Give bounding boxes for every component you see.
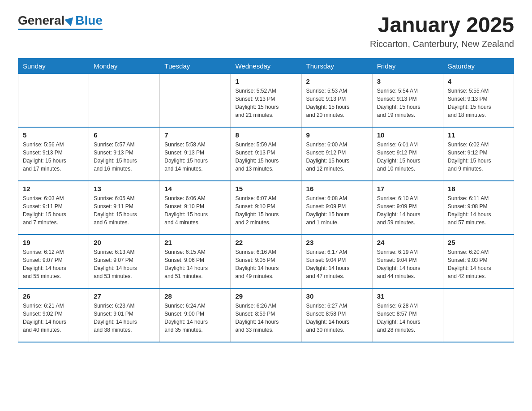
calendar-cell: 30Sunrise: 6:27 AM Sunset: 8:58 PM Dayli… bbox=[301, 288, 372, 342]
logo: General Blue bbox=[18, 13, 103, 30]
calendar-cell: 1Sunrise: 5:52 AM Sunset: 9:13 PM Daylig… bbox=[231, 73, 301, 127]
day-number: 8 bbox=[235, 131, 296, 139]
day-number: 12 bbox=[23, 185, 84, 193]
calendar-cell: 11Sunrise: 6:02 AM Sunset: 9:12 PM Dayli… bbox=[443, 127, 514, 181]
sun-info: Sunrise: 6:15 AM Sunset: 9:06 PM Dayligh… bbox=[164, 248, 226, 280]
sun-info: Sunrise: 6:13 AM Sunset: 9:07 PM Dayligh… bbox=[94, 248, 155, 280]
sun-info: Sunrise: 6:03 AM Sunset: 9:11 PM Dayligh… bbox=[23, 194, 84, 227]
sun-info: Sunrise: 6:28 AM Sunset: 8:57 PM Dayligh… bbox=[377, 302, 438, 334]
calendar-cell bbox=[160, 73, 231, 127]
sun-info: Sunrise: 5:56 AM Sunset: 9:13 PM Dayligh… bbox=[23, 141, 84, 173]
sun-info: Sunrise: 6:23 AM Sunset: 9:01 PM Dayligh… bbox=[94, 302, 155, 334]
calendar-cell: 21Sunrise: 6:15 AM Sunset: 9:06 PM Dayli… bbox=[160, 235, 231, 288]
calendar-cell: 17Sunrise: 6:10 AM Sunset: 9:09 PM Dayli… bbox=[372, 181, 443, 235]
calendar-cell: 14Sunrise: 6:06 AM Sunset: 9:10 PM Dayli… bbox=[160, 181, 231, 235]
logo-arrow-icon bbox=[64, 17, 75, 28]
day-number: 1 bbox=[235, 77, 296, 85]
day-number: 17 bbox=[377, 185, 438, 193]
title-area: January 2025 Riccarton, Canterbury, New … bbox=[370, 13, 514, 49]
calendar-cell: 2Sunrise: 5:53 AM Sunset: 9:13 PM Daylig… bbox=[301, 73, 372, 127]
day-number: 19 bbox=[23, 239, 84, 246]
calendar-week-row: 26Sunrise: 6:21 AM Sunset: 9:02 PM Dayli… bbox=[18, 288, 514, 342]
calendar-day-header: Friday bbox=[372, 58, 443, 73]
calendar-cell: 13Sunrise: 6:05 AM Sunset: 9:11 PM Dayli… bbox=[89, 181, 160, 235]
sun-info: Sunrise: 6:20 AM Sunset: 9:03 PM Dayligh… bbox=[448, 248, 509, 280]
day-number: 16 bbox=[306, 185, 368, 193]
calendar-cell: 23Sunrise: 6:17 AM Sunset: 9:04 PM Dayli… bbox=[301, 235, 372, 288]
logo-general-text: General bbox=[18, 13, 64, 28]
sun-info: Sunrise: 6:11 AM Sunset: 9:08 PM Dayligh… bbox=[448, 194, 509, 227]
sun-info: Sunrise: 5:53 AM Sunset: 9:13 PM Dayligh… bbox=[306, 87, 368, 119]
sun-info: Sunrise: 6:02 AM Sunset: 9:12 PM Dayligh… bbox=[448, 141, 509, 173]
sun-info: Sunrise: 6:10 AM Sunset: 9:09 PM Dayligh… bbox=[377, 194, 438, 227]
calendar-table: SundayMondayTuesdayWednesdayThursdayFrid… bbox=[18, 58, 514, 343]
sun-info: Sunrise: 6:06 AM Sunset: 9:10 PM Dayligh… bbox=[164, 194, 226, 227]
month-title: January 2025 bbox=[370, 13, 514, 37]
calendar-week-row: 1Sunrise: 5:52 AM Sunset: 9:13 PM Daylig… bbox=[18, 73, 514, 127]
day-number: 4 bbox=[448, 77, 509, 85]
calendar-week-row: 19Sunrise: 6:12 AM Sunset: 9:07 PM Dayli… bbox=[18, 235, 514, 288]
calendar-cell: 28Sunrise: 6:24 AM Sunset: 9:00 PM Dayli… bbox=[160, 288, 231, 342]
day-number: 3 bbox=[377, 77, 438, 85]
day-number: 10 bbox=[377, 131, 438, 139]
day-number: 30 bbox=[306, 292, 368, 300]
calendar-cell: 4Sunrise: 5:55 AM Sunset: 9:13 PM Daylig… bbox=[443, 73, 514, 127]
calendar-cell: 18Sunrise: 6:11 AM Sunset: 9:08 PM Dayli… bbox=[443, 181, 514, 235]
sun-info: Sunrise: 6:01 AM Sunset: 9:12 PM Dayligh… bbox=[377, 141, 438, 173]
calendar-cell: 8Sunrise: 5:59 AM Sunset: 9:13 PM Daylig… bbox=[231, 127, 301, 181]
logo-underline bbox=[18, 29, 103, 30]
sun-info: Sunrise: 6:24 AM Sunset: 9:00 PM Dayligh… bbox=[164, 302, 226, 334]
calendar-cell: 19Sunrise: 6:12 AM Sunset: 9:07 PM Dayli… bbox=[18, 235, 89, 288]
sun-info: Sunrise: 6:07 AM Sunset: 9:10 PM Dayligh… bbox=[235, 194, 296, 227]
sun-info: Sunrise: 6:08 AM Sunset: 9:09 PM Dayligh… bbox=[306, 194, 368, 227]
calendar-day-header: Tuesday bbox=[160, 58, 231, 73]
day-number: 5 bbox=[23, 131, 84, 139]
sun-info: Sunrise: 5:57 AM Sunset: 9:13 PM Dayligh… bbox=[94, 141, 155, 173]
logo-blue-text: Blue bbox=[75, 13, 103, 28]
sun-info: Sunrise: 5:52 AM Sunset: 9:13 PM Dayligh… bbox=[235, 87, 296, 119]
day-number: 6 bbox=[94, 131, 155, 139]
calendar-cell: 16Sunrise: 6:08 AM Sunset: 9:09 PM Dayli… bbox=[301, 181, 372, 235]
calendar-cell: 5Sunrise: 5:56 AM Sunset: 9:13 PM Daylig… bbox=[18, 127, 89, 181]
sun-info: Sunrise: 6:19 AM Sunset: 9:04 PM Dayligh… bbox=[377, 248, 438, 280]
calendar-cell: 3Sunrise: 5:54 AM Sunset: 9:13 PM Daylig… bbox=[372, 73, 443, 127]
day-number: 23 bbox=[306, 239, 368, 246]
calendar-cell bbox=[18, 73, 89, 127]
day-number: 14 bbox=[164, 185, 226, 193]
calendar-day-header: Monday bbox=[89, 58, 160, 73]
day-number: 9 bbox=[306, 131, 368, 139]
sun-info: Sunrise: 6:12 AM Sunset: 9:07 PM Dayligh… bbox=[23, 248, 84, 280]
calendar-cell bbox=[443, 288, 514, 342]
sun-info: Sunrise: 6:16 AM Sunset: 9:05 PM Dayligh… bbox=[235, 248, 296, 280]
sun-info: Sunrise: 6:00 AM Sunset: 9:12 PM Dayligh… bbox=[306, 141, 368, 173]
calendar-cell: 9Sunrise: 6:00 AM Sunset: 9:12 PM Daylig… bbox=[301, 127, 372, 181]
calendar-cell: 24Sunrise: 6:19 AM Sunset: 9:04 PM Dayli… bbox=[372, 235, 443, 288]
calendar-day-header: Wednesday bbox=[231, 58, 301, 73]
day-number: 28 bbox=[164, 292, 226, 300]
day-number: 21 bbox=[164, 239, 226, 246]
calendar-week-row: 5Sunrise: 5:56 AM Sunset: 9:13 PM Daylig… bbox=[18, 127, 514, 181]
page-header: General Blue January 2025 Riccarton, Can… bbox=[18, 13, 514, 49]
calendar-cell: 10Sunrise: 6:01 AM Sunset: 9:12 PM Dayli… bbox=[372, 127, 443, 181]
calendar-day-header: Sunday bbox=[18, 58, 89, 73]
day-number: 29 bbox=[235, 292, 296, 300]
sun-info: Sunrise: 5:54 AM Sunset: 9:13 PM Dayligh… bbox=[377, 87, 438, 119]
calendar-cell: 29Sunrise: 6:26 AM Sunset: 8:59 PM Dayli… bbox=[231, 288, 301, 342]
calendar-cell: 7Sunrise: 5:58 AM Sunset: 9:13 PM Daylig… bbox=[160, 127, 231, 181]
sun-info: Sunrise: 6:26 AM Sunset: 8:59 PM Dayligh… bbox=[235, 302, 296, 334]
day-number: 13 bbox=[94, 185, 155, 193]
sun-info: Sunrise: 6:21 AM Sunset: 9:02 PM Dayligh… bbox=[23, 302, 84, 334]
location-text: Riccarton, Canterbury, New Zealand bbox=[370, 39, 514, 49]
calendar-cell: 22Sunrise: 6:16 AM Sunset: 9:05 PM Dayli… bbox=[231, 235, 301, 288]
day-number: 25 bbox=[448, 239, 509, 246]
sun-info: Sunrise: 5:55 AM Sunset: 9:13 PM Dayligh… bbox=[448, 87, 509, 119]
calendar-header-row: SundayMondayTuesdayWednesdayThursdayFrid… bbox=[18, 58, 514, 73]
calendar-cell: 20Sunrise: 6:13 AM Sunset: 9:07 PM Dayli… bbox=[89, 235, 160, 288]
sun-info: Sunrise: 6:05 AM Sunset: 9:11 PM Dayligh… bbox=[94, 194, 155, 227]
day-number: 22 bbox=[235, 239, 296, 246]
sun-info: Sunrise: 6:17 AM Sunset: 9:04 PM Dayligh… bbox=[306, 248, 368, 280]
day-number: 15 bbox=[235, 185, 296, 193]
day-number: 24 bbox=[377, 239, 438, 246]
calendar-cell: 27Sunrise: 6:23 AM Sunset: 9:01 PM Dayli… bbox=[89, 288, 160, 342]
calendar-cell: 25Sunrise: 6:20 AM Sunset: 9:03 PM Dayli… bbox=[443, 235, 514, 288]
